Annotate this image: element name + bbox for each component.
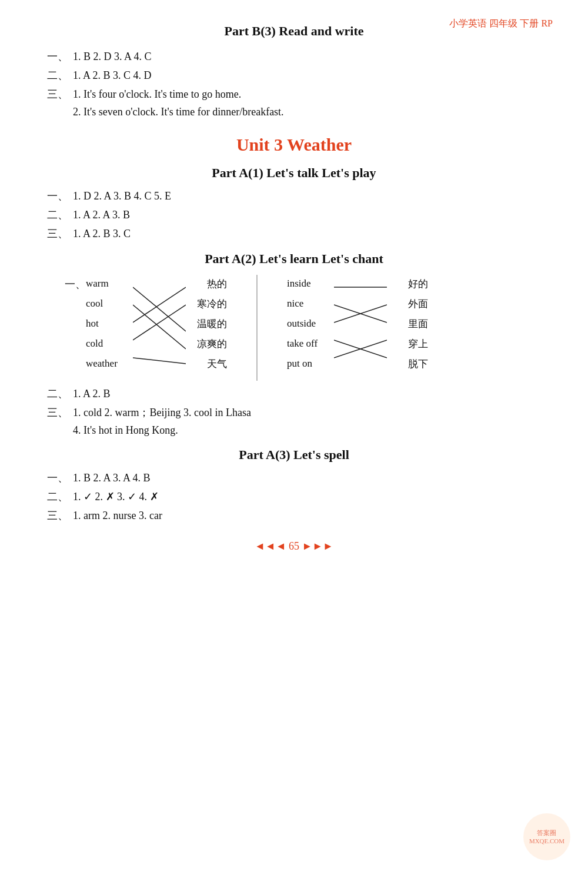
meaning-limian: 里面 (387, 315, 428, 332)
meaning-chuanshang: 穿上 (387, 335, 428, 352)
parta2-q3-label: 三、 (47, 405, 73, 420)
parta3-q2-text: 1. ✓ 2. ✗ 3. ✓ 4. ✗ (73, 490, 159, 503)
word-cold: cold (86, 335, 133, 352)
parta3-q1-label: 一、 (47, 471, 73, 485)
parta2-q3: 三、 1. cold 2. warm；Beijing 3. cool in Lh… (47, 405, 541, 420)
svg-line-4 (133, 358, 186, 364)
parta2-q2-text: 1. A 2. B (73, 388, 111, 400)
match-lines-right (334, 278, 387, 370)
match-group-left: warm cool hot cold weather (86, 275, 227, 373)
partb3-q2-label: 二、 (47, 68, 73, 82)
parta1-q3-label: 三、 (47, 227, 73, 241)
parta3-q2: 二、 1. ✓ 2. ✗ 3. ✓ 4. ✗ (47, 490, 541, 504)
svg-line-1 (133, 305, 186, 349)
matching-exercise: 一、 warm cool hot cold weather (65, 275, 541, 381)
right-meanings: 热的 寒冷的 温暖的 凉爽的 天气 (186, 275, 227, 373)
parta3-q3-label: 三、 (47, 508, 73, 523)
parta1-q2-label: 二、 (47, 208, 73, 222)
partb3-q1-label: 一、 (47, 49, 73, 64)
parta2-q2: 二、 1. A 2. B (47, 387, 541, 401)
page-number: ◄◄◄ 65 ►►► (47, 540, 541, 553)
parta3-title: Part A(3) Let's spell (47, 447, 541, 463)
meaning-tuoxia: 脱下 (387, 355, 428, 373)
match-groups: warm cool hot cold weather (86, 275, 428, 381)
right-meanings2: 好的 外面 里面 穿上 脱下 (387, 275, 428, 373)
parta1-q1: 一、 1. D 2. A 3. B 4. C 5. E (47, 189, 541, 203)
parta1-q1-text: 1. D 2. A 3. B 4. C 5. E (73, 190, 171, 202)
page-header: 小学英语 四年级 下册 RP (449, 18, 553, 30)
word-weather: weather (86, 355, 133, 373)
partb3-q3-label: 三、 (47, 87, 73, 101)
partb3-q2-text: 1. A 2. B 3. C 4. D (73, 69, 152, 82)
word-nice: nice (287, 295, 334, 312)
word-inside: inside (287, 275, 334, 292)
parta1-q3: 三、 1. A 2. B 3. C (47, 227, 541, 241)
partb3-q3-line1: 1. It's four o'clock. It's time to go ho… (73, 88, 241, 101)
meaning-hao: 好的 (387, 275, 428, 292)
parta3-q3-text: 1. arm 2. nurse 3. car (73, 510, 162, 522)
parta2-q3-line2: 4. It's hot in Hong Kong. (73, 424, 541, 437)
partb3-q3-line2: 2. It's seven o'clock. It's time for din… (73, 106, 541, 118)
partb3-q1: 一、 1. B 2. D 3. A 4. C (47, 49, 541, 64)
unit3-title: Unit 3 Weather (47, 135, 541, 155)
partb3-q2: 二、 1. A 2. B 3. C 4. D (47, 68, 541, 82)
parta3-q1: 一、 1. B 2. A 3. A 4. B (47, 471, 541, 485)
match-divider (256, 275, 258, 381)
parta1-q3-text: 1. A 2. B 3. C (73, 228, 131, 240)
meaning-liangshuan: 凉爽的 (186, 335, 227, 352)
svg-line-2 (133, 287, 186, 322)
meaning-hanleng: 寒冷的 (186, 295, 227, 312)
matching-label: 一、 (65, 275, 86, 291)
meaning-tianqi: 天气 (186, 355, 227, 373)
parta1-q2: 二、 1. A 2. A 3. B (47, 208, 541, 222)
word-takeoff: take off (287, 335, 334, 352)
word-puton: put on (287, 355, 334, 373)
parta3-q1-text: 1. B 2. A 3. A 4. B (73, 472, 151, 484)
parta2-title: Part A(2) Let's learn Let's chant (47, 251, 541, 267)
match-lines-left (133, 278, 186, 370)
parta2-q2-label: 二、 (47, 387, 73, 401)
parta1-title: Part A(1) Let's talk Let's play (47, 165, 541, 181)
watermark: 答案圈MXQE.COM (523, 813, 570, 860)
meaning-wannuan: 温暖的 (186, 315, 227, 332)
parta1-q1-label: 一、 (47, 189, 73, 203)
svg-line-0 (133, 287, 186, 331)
svg-line-3 (133, 305, 186, 340)
word-cool: cool (86, 295, 133, 312)
partb3-q3: 三、 1. It's four o'clock. It's time to go… (47, 87, 541, 101)
parta1-q2-text: 1. A 2. A 3. B (73, 209, 130, 221)
left-words: warm cool hot cold weather (86, 275, 133, 373)
parta3-q3: 三、 1. arm 2. nurse 3. car (47, 508, 541, 523)
meaning-waimian: 外面 (387, 295, 428, 312)
match-group-right: inside nice outside take off put on (287, 275, 428, 373)
parta3-q2-label: 二、 (47, 490, 73, 504)
word-hot: hot (86, 315, 133, 332)
partb3-q1-text: 1. B 2. D 3. A 4. C (73, 51, 152, 63)
meaning-re: 热的 (186, 275, 227, 292)
right-words: inside nice outside take off put on (287, 275, 334, 373)
parta2-q3-line1: 1. cold 2. warm；Beijing 3. cool in Lhasa (73, 405, 251, 420)
word-outside: outside (287, 315, 334, 332)
word-warm: warm (86, 275, 133, 292)
